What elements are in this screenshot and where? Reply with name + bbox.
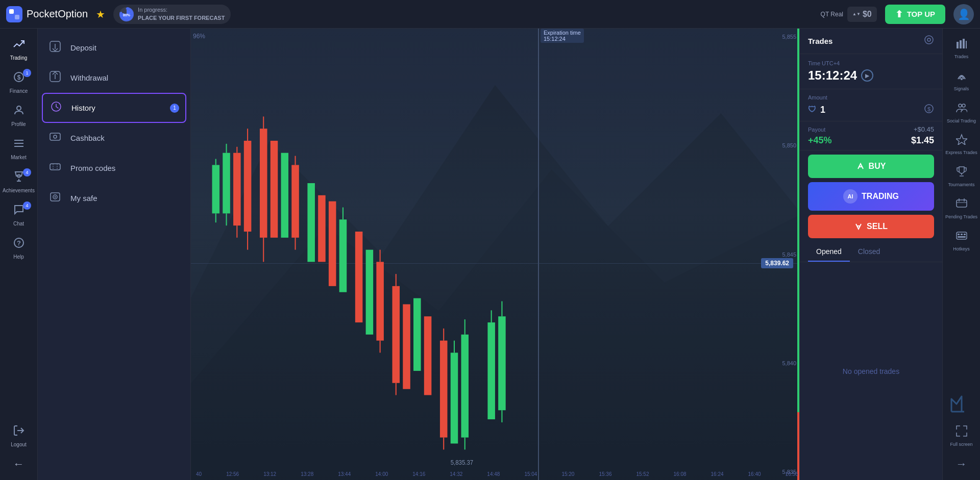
sell-button[interactable]: SELL (808, 215, 934, 238)
amount-row: 🛡 1 $ (808, 104, 934, 116)
price-tick-4: 5,840 (782, 360, 796, 366)
svg-point-9 (17, 106, 21, 110)
no-trades-message: No opened trades (800, 262, 942, 480)
balance-amount: $0 (863, 10, 872, 19)
cashback-menu-icon (48, 131, 62, 145)
sidebar-item-profile[interactable]: Profile (0, 99, 37, 132)
svg-rect-51 (366, 250, 374, 335)
trades-settings-icon[interactable] (924, 35, 934, 47)
play-button[interactable]: ▶ (861, 69, 873, 82)
sidebar-item-trading[interactable]: Trading (0, 33, 37, 66)
svg-marker-88 (956, 135, 967, 145)
time-tick-15: 16:40 (748, 471, 761, 477)
left-sidebar: Trading 1 $ Finance Profile (0, 29, 38, 480)
history-badge: 1 (170, 104, 179, 113)
tournaments-fr-label: Tournaments (948, 182, 974, 188)
price-tick-1: 5,855 (782, 34, 796, 40)
history-menu-label: History (71, 104, 95, 112)
sidebar-item-finance[interactable]: 1 $ Finance (0, 66, 37, 99)
svg-point-21 (55, 196, 56, 198)
svg-point-75 (925, 36, 933, 44)
fullscreen-fr-icon (956, 425, 967, 440)
menu-item-history[interactable]: History 1 (42, 93, 186, 123)
buy-arrow-icon (856, 162, 865, 170)
chat-badge: 4 (23, 201, 31, 210)
svg-rect-60 (424, 316, 432, 395)
avatar[interactable]: 👤 (953, 4, 974, 24)
sidebar-item-market[interactable]: Market (0, 132, 37, 165)
fr-item-fullscreen[interactable]: Full screen (943, 420, 980, 452)
sidebar-item-help[interactable]: ? Help (0, 232, 37, 265)
menu-item-withdrawal[interactable]: Withdrawal (38, 63, 190, 93)
time-tick-9: 15:04 (524, 471, 537, 477)
svg-rect-52 (376, 262, 384, 340)
time-tick-4: 13:44 (338, 471, 351, 477)
tab-closed[interactable]: Closed (850, 242, 889, 262)
svg-rect-83 (963, 39, 965, 48)
arrow-fr-icon: → (956, 458, 967, 471)
svg-rect-28 (223, 153, 230, 214)
amount-section: Amount 🛡 1 $ (800, 89, 942, 121)
menu-item-deposit[interactable]: Deposit (38, 33, 190, 63)
time-tick-3: 13:28 (301, 471, 313, 477)
menu-item-promo[interactable]: Promo codes (38, 153, 190, 183)
deposit-icon: ⬆ (895, 9, 903, 20)
time-tick-13: 16:08 (674, 471, 687, 477)
time-utc-label: Time UTC+4 (808, 60, 934, 66)
express-trades-fr-label: Express Trades (945, 150, 977, 156)
fr-item-trades[interactable]: Trades (943, 33, 980, 65)
tab-opened[interactable]: Opened (808, 242, 850, 262)
fr-item-social-trading[interactable]: Social Trading (943, 97, 980, 129)
time-tick-8: 14:48 (487, 471, 500, 477)
help-icon: ? (13, 237, 25, 252)
ai-trading-button[interactable]: AI TRADING (808, 182, 934, 211)
fullscreen-fr-label: Full screen (950, 442, 972, 447)
favorite-button[interactable]: ★ (96, 8, 105, 20)
sidebar-label-achievements: Achievements (3, 188, 35, 193)
finance-dropdown-menu: Deposit Withdrawal History 1 (38, 29, 191, 480)
sidebar-item-chat[interactable]: 4 Chat (0, 198, 37, 232)
svg-rect-1 (15, 9, 19, 14)
fr-item-pending-trades[interactable]: Pending Trades (943, 193, 980, 225)
time-tick-1: 12:56 (226, 471, 239, 477)
chart-96-label: 96% (193, 33, 205, 40)
menu-item-safe[interactable]: My safe (38, 183, 190, 213)
svg-rect-55 (393, 286, 400, 383)
svg-rect-95 (961, 234, 963, 235)
sidebar-item-logout[interactable]: Logout (0, 419, 37, 452)
opened-closed-tabs: Opened Closed (800, 242, 942, 262)
deposit-menu-label: Deposit (70, 43, 96, 52)
cashback-menu-label: Cashback (70, 134, 105, 142)
fr-item-signals[interactable]: Signals (943, 65, 980, 97)
safe-menu-label: My safe (70, 194, 97, 203)
hotkeys-fr-icon (956, 230, 967, 244)
collapse-arrow-icon: ← (13, 458, 24, 471)
menu-item-cashback[interactable]: Cashback (38, 123, 190, 153)
progress-indicator[interactable]: 80% In progress: PLACE YOUR FIRST FORECA… (113, 5, 231, 24)
finance-badge: 1 (23, 69, 31, 77)
logo[interactable]: PocketOption (6, 6, 88, 22)
svg-rect-18 (50, 164, 60, 170)
buy-button[interactable]: BUY (808, 155, 934, 178)
fr-item-arrow[interactable]: → (943, 452, 980, 476)
time-axis: 40 12:56 13:12 13:28 13:44 14:00 14:16 1… (191, 468, 799, 480)
svg-rect-31 (233, 153, 241, 225)
sidebar-item-arrow[interactable]: ← (0, 452, 37, 476)
svg-rect-69 (487, 322, 495, 419)
balance-display[interactable]: ▲▼ $0 (847, 7, 877, 22)
account-info: QT Real ▲▼ $0 (821, 7, 877, 22)
payout-row: Payout +$0.45 (808, 125, 934, 133)
svg-rect-2 (9, 15, 14, 19)
svg-rect-42 (291, 165, 299, 237)
fr-item-hotkeys[interactable]: Hotkeys (943, 225, 980, 257)
deposit-menu-icon (48, 41, 62, 55)
fr-item-express-trades[interactable]: Express Trades (943, 129, 980, 161)
achievements-badge: 4 (23, 168, 31, 176)
time-tick-7: 14:32 (450, 471, 462, 477)
topup-button[interactable]: ⬆ TOP UP (885, 5, 945, 24)
trades-panel-title: Trades (808, 37, 832, 45)
sidebar-item-achievements[interactable]: 4 Achievements (0, 165, 37, 198)
fr-item-tournaments[interactable]: Tournaments (943, 161, 980, 193)
chart-container: 5,855 5,850 5,845 5,840 5,835 96% Expira… (191, 29, 799, 480)
svg-rect-47 (329, 201, 336, 286)
